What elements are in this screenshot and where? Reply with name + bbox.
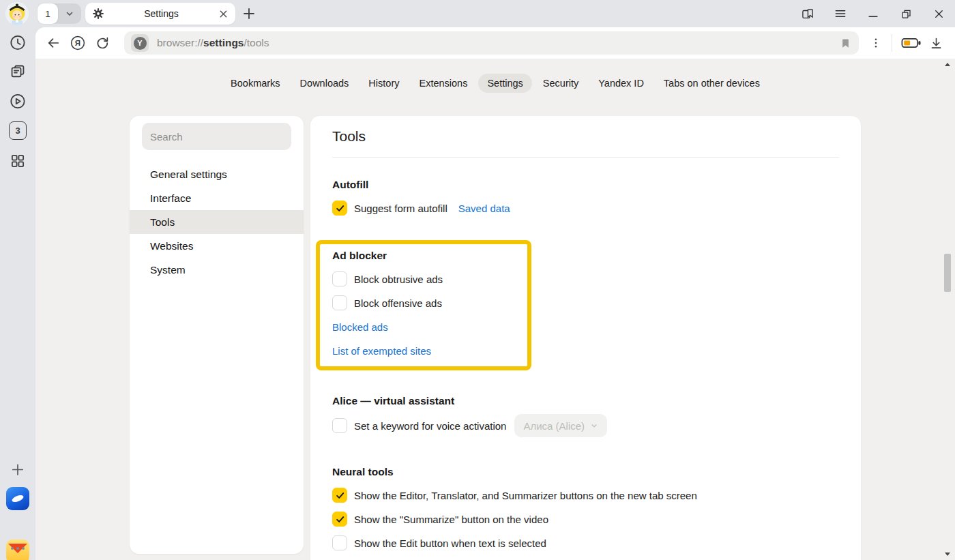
block-obtrusive-ads-label: Block obtrusive ads: [354, 274, 443, 285]
exempted-sites-link[interactable]: List of exempted sites: [332, 345, 431, 357]
settings-page: Bookmarks Downloads History Extensions S…: [35, 59, 955, 560]
more-apps-button[interactable]: [11, 547, 25, 550]
browser-toolbar: Я Y browser://settings/tools: [35, 27, 955, 59]
block-obtrusive-ads-checkbox[interactable]: [332, 271, 347, 286]
show-editor-translator-summarizer-checkbox[interactable]: [332, 488, 347, 503]
tab-group-pill: 1: [38, 3, 81, 24]
browser-logo-icon: Y: [134, 37, 147, 50]
section-autofill: Autofill Suggest form autofill Saved dat…: [332, 179, 839, 216]
plus-icon: [11, 462, 25, 477]
left-sidebar-rail: 3: [0, 27, 35, 560]
side-panel-button[interactable]: [801, 7, 814, 20]
kebab-menu-icon: [870, 37, 882, 49]
minimize-button[interactable]: [866, 7, 880, 20]
scrollbar-thumb[interactable]: [944, 254, 951, 292]
nav-tab-yandex-id[interactable]: Yandex ID: [589, 74, 653, 93]
section-neural-tools: Neural tools Show the Editor, Translator…: [332, 466, 839, 550]
nav-tab-extensions[interactable]: Extensions: [410, 74, 476, 93]
block-offensive-ads-checkbox[interactable]: [332, 295, 347, 310]
settings-sidebar: General settings Interface Tools Website…: [130, 116, 304, 554]
side-panel-icon: [801, 7, 814, 21]
bookmark-flag-icon[interactable]: [839, 37, 852, 50]
minimize-icon: [866, 7, 880, 20]
back-arrow-icon: [46, 35, 61, 50]
close-window-button[interactable]: [932, 7, 945, 20]
profile-avatar[interactable]: [5, 2, 29, 25]
download-icon: [929, 36, 943, 50]
downloads-button[interactable]: [924, 31, 948, 55]
yandex-home-button[interactable]: Я: [65, 31, 90, 55]
settings-main-panel: Tools Autofill Suggest form autofill Sav…: [310, 116, 861, 560]
show-edit-button-checkbox[interactable]: [332, 535, 347, 550]
browser-menu-button[interactable]: [834, 7, 847, 20]
nav-tab-settings[interactable]: Settings: [478, 74, 531, 93]
clock-icon: [9, 33, 27, 52]
toolbar-divider: [892, 34, 892, 52]
tab-close-icon[interactable]: [218, 9, 229, 19]
restore-button[interactable]: [899, 7, 913, 20]
sidebar-item-interface[interactable]: Interface: [130, 186, 304, 210]
address-bar[interactable]: Y browser://settings/tools: [124, 31, 859, 55]
voice-activation-keyword-checkbox[interactable]: [332, 418, 347, 433]
plus-icon: [241, 6, 256, 21]
site-badge[interactable]: Y: [131, 34, 149, 52]
search-input[interactable]: [150, 131, 283, 143]
nav-tab-bookmarks[interactable]: Bookmarks: [222, 74, 289, 93]
alice-heading: Alice — virtual assistant: [332, 395, 839, 407]
extensions-menu-button[interactable]: [867, 31, 885, 55]
settings-sections-list: General settings Interface Tools Website…: [130, 162, 304, 282]
close-icon: [932, 8, 945, 20]
feed-button[interactable]: [9, 63, 27, 81]
sidebar-item-system[interactable]: System: [130, 258, 304, 282]
sidebar-item-websites[interactable]: Websites: [130, 234, 304, 258]
nav-tab-security[interactable]: Security: [534, 74, 587, 93]
scroll-down-arrow-icon[interactable]: [945, 552, 950, 556]
video-button[interactable]: [9, 92, 27, 110]
alice-keyword-dropdown[interactable]: Алиса (Alice): [514, 414, 607, 437]
suggest-form-autofill-checkbox[interactable]: [332, 201, 347, 216]
show-summarize-video-label: Show the "Summarize" button on the video: [354, 514, 548, 525]
reload-button[interactable]: [90, 31, 115, 55]
tabs-count-badge: 3: [15, 126, 20, 136]
autofill-heading: Autofill: [332, 179, 839, 191]
titlebar: 1 Settings: [0, 0, 955, 27]
sidebar-item-tools[interactable]: Tools: [130, 210, 304, 234]
alice-keyword-value: Алиса (Alice): [523, 420, 585, 432]
page-scrollbar[interactable]: [943, 59, 952, 560]
yandex-browser-app-button[interactable]: [6, 487, 29, 510]
play-circle-icon: [9, 92, 27, 110]
gear-icon: [92, 8, 104, 20]
nav-tab-other-devices[interactable]: Tabs on other devices: [655, 74, 769, 93]
chevron-down-icon: [590, 422, 598, 430]
scroll-up-arrow-icon[interactable]: [945, 63, 950, 66]
hamburger-menu-icon: [834, 7, 847, 20]
saved-data-link[interactable]: Saved data: [458, 203, 510, 214]
tabs-panel-button[interactable]: 3: [9, 121, 27, 140]
new-tab-button[interactable]: [241, 5, 257, 22]
sidebar-item-general-settings[interactable]: General settings: [130, 162, 304, 186]
ad-blocker-heading: Ad blocker: [332, 250, 520, 262]
show-edit-button-label: Show the Edit button when text is select…: [354, 537, 546, 549]
tab-counter[interactable]: 1: [38, 3, 58, 24]
apps-grid-button[interactable]: [9, 152, 27, 170]
checkmark-icon: [335, 514, 345, 525]
feed-pages-icon: [9, 63, 27, 81]
add-panel-item-button[interactable]: [11, 462, 25, 477]
browser-sections-nav: Bookmarks Downloads History Extensions S…: [35, 74, 955, 93]
neural-tools-heading: Neural tools: [332, 466, 839, 478]
page-title: Tools: [332, 128, 839, 145]
battery-saver-button[interactable]: [899, 31, 924, 55]
blocked-ads-link[interactable]: Blocked ads: [332, 321, 388, 333]
browser-tab-settings[interactable]: Settings: [85, 3, 235, 25]
nav-tab-history[interactable]: History: [359, 74, 408, 93]
tab-list-chevron[interactable]: [58, 9, 81, 18]
nav-tab-downloads[interactable]: Downloads: [291, 74, 358, 93]
mail-app-button[interactable]: [6, 540, 29, 560]
url-text[interactable]: browser://settings/tools: [157, 37, 269, 49]
show-summarize-video-checkbox[interactable]: [332, 512, 347, 527]
history-button[interactable]: [9, 33, 27, 52]
checkmark-icon: [335, 490, 345, 501]
settings-search[interactable]: [142, 123, 291, 150]
content-area: Я Y browser://settings/tools: [35, 27, 955, 560]
back-button[interactable]: [41, 31, 65, 55]
